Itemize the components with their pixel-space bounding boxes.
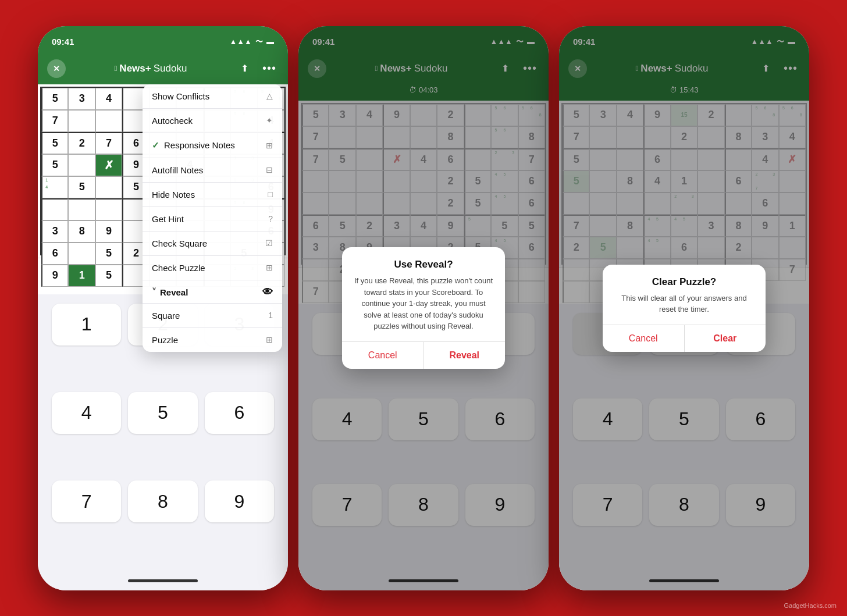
menu-item-get-hint[interactable]: Get Hint ? [143, 207, 282, 232]
nav-bar-1: ✕  News+ Sudoku ⬆ ••• [38, 54, 288, 84]
cell[interactable]: 5 [41, 88, 68, 110]
time-1: 09:41 [52, 37, 74, 47]
cell[interactable] [68, 243, 95, 265]
check-puzzle-icon: ⊞ [266, 263, 273, 272]
hide-notes-icon: □ [268, 190, 273, 199]
num-1-1[interactable]: 1 [52, 304, 121, 346]
menu-item-autocheck[interactable]: Autocheck ✦ [143, 109, 282, 133]
signal-icon-1: ▲▲▲ [229, 37, 252, 46]
cell[interactable] [41, 198, 68, 220]
num-9-1[interactable]: 9 [205, 480, 274, 522]
menu-section-reveal[interactable]: ˅ Reveal 👁 [143, 280, 282, 304]
menu-item-check-square[interactable]: Check Square ☑ [143, 232, 282, 256]
menu-item-check-puzzle[interactable]: Check Puzzle ⊞ [143, 256, 282, 280]
cell[interactable]: ✗ [95, 154, 122, 176]
modal-buttons-2: Cancel Reveal [342, 341, 505, 369]
modal-backdrop-3: Clear Puzzle? This will clear all of you… [559, 26, 809, 590]
cell[interactable]: 3 [68, 88, 95, 110]
battery-icon-1: ▬ [266, 37, 274, 46]
cell[interactable]: 4 [95, 88, 122, 110]
cell[interactable]: 5 [41, 132, 68, 154]
modal-action-btn-2[interactable]: Reveal [424, 342, 506, 369]
modal-body-2: If you use Reveal, this puzzle won't cou… [354, 275, 493, 332]
status-bar-1: 09:41 ▲▲▲ 〜 ▬ [38, 26, 288, 54]
modal-cancel-btn-2[interactable]: Cancel [342, 342, 424, 369]
home-indicator-1 [38, 572, 288, 590]
menu-item-square[interactable]: Square 1 [143, 304, 282, 328]
dropdown-menu-1: Show Conflicts △ Autocheck ✦ ✓ Responsiv… [143, 84, 282, 352]
cell[interactable]: 7 [41, 110, 68, 132]
menu-item-show-conflicts[interactable]: Show Conflicts △ [143, 84, 282, 109]
apple-icon-1:  [115, 64, 118, 73]
cell[interactable]: 14 [41, 176, 68, 198]
cell[interactable]: 1 [68, 265, 95, 287]
cell[interactable] [68, 110, 95, 132]
modal-content-2: Use Reveal? If you use Reveal, this puzz… [342, 247, 505, 341]
modal-title-2: Use Reveal? [354, 259, 493, 270]
cell[interactable] [68, 154, 95, 176]
status-icons-1: ▲▲▲ 〜 ▬ [229, 37, 274, 47]
modal-title-3: Clear Puzzle? [614, 276, 754, 288]
close-btn-1[interactable]: ✕ [47, 59, 66, 78]
autofill-icon: ⊟ [266, 165, 273, 175]
more-btn-1[interactable]: ••• [260, 59, 279, 78]
num-6-1[interactable]: 6 [205, 392, 274, 434]
app-title-1:  News+ Sudoku [115, 63, 187, 74]
menu-item-autofill-notes[interactable]: Autofill Notes ⊟ [143, 158, 282, 183]
menu-item-responsive-notes[interactable]: ✓ Responsive Notes ⊞ [143, 133, 282, 158]
share-btn-1[interactable]: ⬆ [236, 59, 254, 78]
cell[interactable]: 5 [95, 243, 122, 265]
cell[interactable]: 2 [68, 132, 95, 154]
cell[interactable] [95, 110, 122, 132]
reveal-modal: Use Reveal? If you use Reveal, this puzz… [342, 247, 505, 369]
check-square-icon: ☑ [265, 238, 273, 248]
cell[interactable]: 8 [68, 220, 95, 243]
cell[interactable]: 6 [41, 243, 68, 265]
puzzle-icon: ⊞ [266, 335, 273, 344]
responsive-notes-icon: ⊞ [266, 141, 273, 150]
cell[interactable]: 9 [95, 220, 122, 243]
menu-item-puzzle[interactable]: Puzzle ⊞ [143, 328, 282, 352]
watermark: GadgetHacks.com [784, 602, 837, 609]
modal-action-btn-3[interactable]: Clear [684, 325, 766, 352]
cell[interactable]: 5 [41, 154, 68, 176]
modal-body-3: This will clear all of your answers and … [614, 293, 754, 315]
modal-content-3: Clear Puzzle? This will clear all of you… [603, 265, 766, 325]
cell[interactable] [95, 198, 122, 220]
phone-2: 09:41 ▲▲▲ 〜 ▬ ✕  News+ Sudoku ⬆ ••• ⏱ 0… [298, 26, 549, 590]
home-bar-1 [128, 579, 198, 582]
modal-cancel-btn-3[interactable]: Cancel [603, 325, 684, 352]
phone-3: 09:41 ▲▲▲ 〜 ▬ ✕  News+ Sudoku ⬆ ••• ⏱ 1… [559, 26, 809, 590]
cell[interactable] [95, 176, 122, 198]
reveal-eye-icon: 👁 [262, 286, 273, 298]
square-icon: 1 [268, 311, 273, 320]
autocheck-icon: ✦ [266, 116, 273, 125]
cell[interactable]: 7 [95, 132, 122, 154]
num-4-1[interactable]: 4 [52, 392, 121, 434]
num-7-1[interactable]: 7 [52, 480, 121, 522]
cell[interactable]: 5 [68, 176, 95, 198]
num-8-1[interactable]: 8 [128, 480, 197, 522]
hint-icon: ? [268, 214, 273, 223]
modal-buttons-3: Cancel Clear [603, 325, 766, 352]
cell[interactable]: 9 [41, 265, 68, 287]
clear-modal: Clear Puzzle? This will clear all of you… [603, 265, 766, 352]
num-5-1[interactable]: 5 [128, 392, 197, 434]
conflicts-icon: △ [266, 91, 273, 101]
phone-1: 09:41 ▲▲▲ 〜 ▬ ✕  News+ Sudoku ⬆ ••• 5 3… [38, 26, 288, 590]
cell[interactable] [68, 198, 95, 220]
wifi-icon-1: 〜 [255, 37, 263, 47]
menu-item-hide-notes[interactable]: Hide Notes □ [143, 183, 282, 207]
modal-backdrop-2: Use Reveal? If you use Reveal, this puzz… [298, 26, 549, 590]
cell[interactable]: 3 [41, 220, 68, 243]
cell[interactable]: 5 [95, 265, 122, 287]
